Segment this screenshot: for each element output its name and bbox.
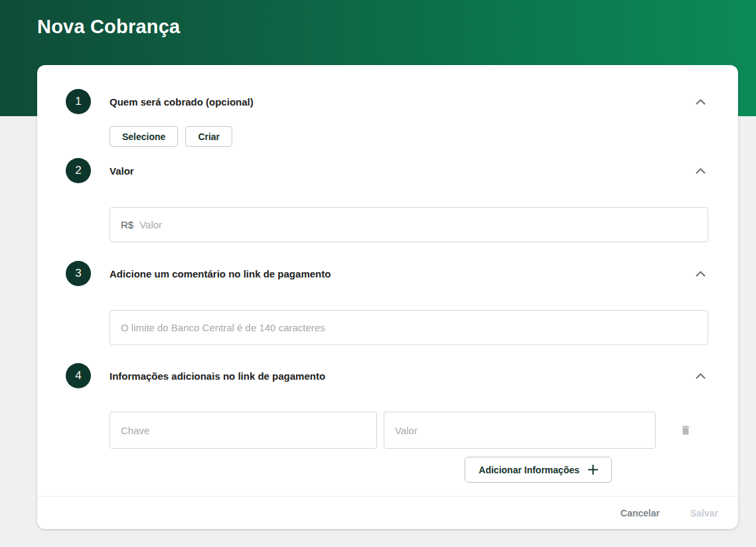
step-1-badge: 1 [66,89,91,114]
step-2-badge: 2 [66,158,91,183]
section-3-header: 3 Adicione um comentário no link de paga… [66,261,708,286]
step-3-badge: 3 [66,261,91,286]
add-info-row: Adicionar Informações [66,457,612,483]
section-1-content: Selecione Criar [110,126,708,147]
key-input[interactable] [121,425,366,436]
cancelar-button[interactable]: Cancelar [621,508,660,518]
amount-input[interactable] [139,219,697,230]
criar-button[interactable]: Criar [185,126,232,147]
comment-input-box [110,310,708,345]
currency-prefix: R$ [121,219,133,230]
chevron-up-icon[interactable] [692,266,708,281]
section-2-header: 2 Valor [66,158,708,183]
section-2-content: R$ [110,207,708,242]
section-1-header: 1 Quem será cobrado (opcional) [66,89,708,114]
card-footer: Cancelar Salvar [37,496,738,529]
comment-input[interactable] [121,322,697,333]
chevron-up-icon[interactable] [692,94,708,110]
page-title: Nova Cobrança [37,16,180,38]
new-charge-card: 1 Quem será cobrado (opcional) Selecione… [37,65,738,529]
amount-input-box: R$ [110,207,708,242]
section-4-content [110,412,708,449]
section-3-content [110,310,708,345]
salvar-button[interactable]: Salvar [690,508,718,518]
section-4-title: Informações adicionais no link de pagame… [110,370,325,382]
value-input-box [384,412,656,449]
plus-icon [588,465,598,475]
step-4-badge: 4 [66,363,91,388]
value-input[interactable] [395,425,644,436]
section-4-header: 4 Informações adicionais no link de paga… [66,363,708,388]
chevron-up-icon[interactable] [692,163,708,179]
section-3-title: Adicione um comentário no link de pagame… [110,268,331,279]
selecione-button[interactable]: Selecione [110,126,178,147]
section-2-title: Valor [110,165,134,177]
card-body: 1 Quem será cobrado (opcional) Selecione… [37,65,738,496]
add-button-label: Adicionar Informações [479,465,579,475]
section-1-title: Quem será cobrado (opcional) [110,96,254,108]
adicionar-informacoes-button[interactable]: Adicionar Informações [465,457,612,483]
trash-icon[interactable] [677,421,694,439]
chevron-up-icon[interactable] [692,368,708,384]
key-input-box [110,412,377,449]
